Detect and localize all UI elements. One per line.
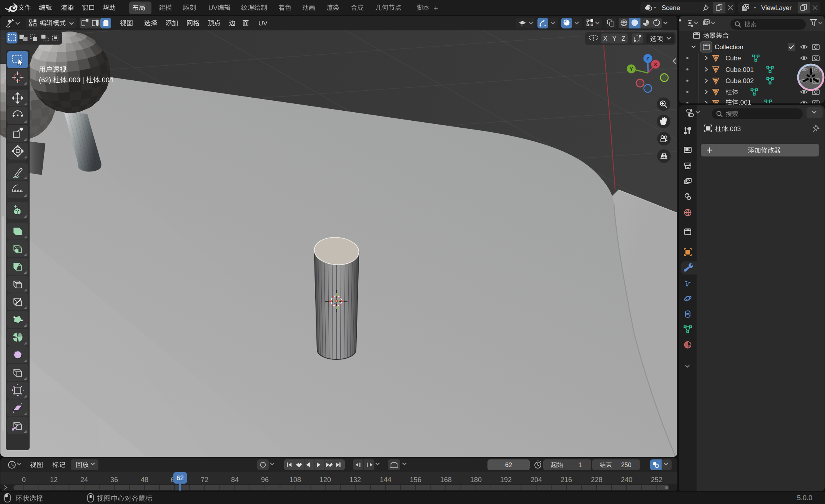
svg-text:204: 204: [531, 476, 542, 484]
svg-text:250: 250: [621, 462, 632, 468]
svg-text:X: X: [603, 35, 607, 42]
svg-text:12: 12: [50, 476, 58, 484]
svg-text:144: 144: [380, 476, 391, 484]
svg-text:180: 180: [470, 476, 482, 484]
svg-text:62: 62: [176, 474, 184, 482]
svg-text:168: 168: [440, 476, 452, 484]
svg-text:96: 96: [261, 476, 269, 484]
svg-text:36: 36: [110, 476, 118, 484]
svg-text:228: 228: [591, 476, 602, 484]
svg-text:24: 24: [80, 476, 88, 484]
svg-text:216: 216: [561, 476, 572, 484]
svg-text:Z: Z: [646, 56, 649, 62]
svg-text:62: 62: [505, 462, 512, 468]
svg-text:132: 132: [349, 476, 361, 484]
svg-text:156: 156: [410, 476, 421, 484]
svg-text:252: 252: [651, 476, 662, 484]
svg-text:72: 72: [201, 476, 208, 484]
svg-text:120: 120: [319, 476, 331, 484]
svg-text:X: X: [654, 62, 657, 67]
svg-text:240: 240: [621, 476, 632, 484]
svg-text:1: 1: [579, 462, 582, 468]
svg-text:Y: Y: [612, 35, 617, 42]
svg-text:192: 192: [500, 476, 512, 484]
svg-text:Y: Y: [630, 66, 633, 72]
svg-text:84: 84: [231, 476, 239, 484]
svg-text:Z: Z: [622, 35, 625, 42]
svg-text:48: 48: [141, 476, 148, 484]
svg-text:0: 0: [22, 476, 26, 484]
svg-text:108: 108: [289, 476, 301, 484]
